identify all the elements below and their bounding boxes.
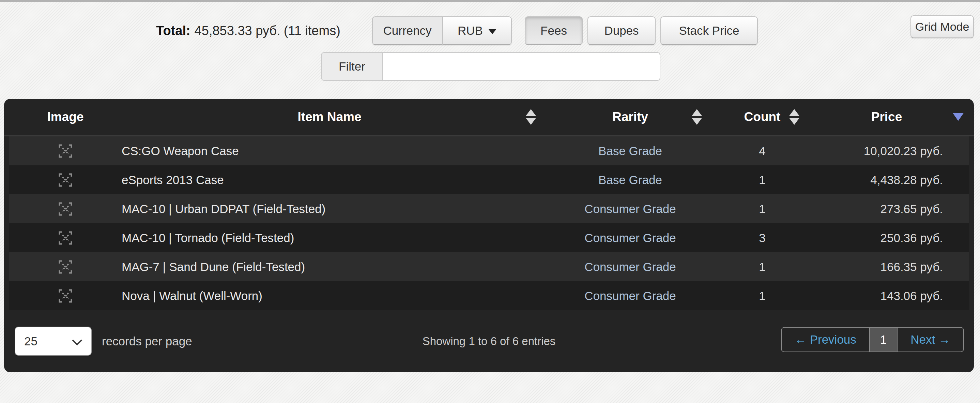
currency-select-dropdown[interactable]: RUB [442,16,512,45]
item-name-cell: MAC-10 | Urban DDPAT (Field-Tested) [122,194,541,223]
caret-down-icon [488,29,496,34]
inventory-total: Total:45,853.33 руб.(11 items) [156,16,340,45]
table-row: MAC-10 | Urban DDPAT (Field-Tested) Cons… [9,194,969,223]
item-rarity-cell: Base Grade [541,136,720,166]
column-header-rarity[interactable]: Rarity [541,99,720,135]
item-rarity-cell: Consumer Grade [541,194,720,223]
item-count-cell: 1 [720,166,805,194]
item-rarity-cell: Base Grade [541,166,720,194]
inventory-table: Image Item Name Rarity Count Price [4,99,974,372]
item-rarity-cell: Consumer Grade [541,252,720,281]
item-image-cell [13,194,118,223]
broken-image-icon [59,173,72,187]
sort-descending-icon [953,113,964,121]
dupes-toggle-button[interactable]: Dupes [587,16,655,45]
item-count-cell: 4 [720,136,805,166]
item-image-cell [13,281,118,310]
sort-both-icon [692,109,702,125]
top-divider [0,0,980,2]
item-image-cell [13,252,118,281]
item-image-cell [13,136,118,166]
filter-group: Filter [321,52,660,81]
column-header-item-name[interactable]: Item Name [118,99,541,135]
item-price-cell: 166.35 руб. [805,252,943,281]
table-body: CS:GO Weapon Case Base Grade 4 10,020.23… [9,136,969,310]
total-label: Total: [156,24,191,38]
inventory-list-page: Total:45,853.33 руб.(11 items) Currency … [0,0,980,403]
current-page-button[interactable]: 1 [870,328,897,352]
column-header-price[interactable]: Price [805,99,969,135]
fees-toggle-button[interactable]: Fees [525,16,583,45]
item-price-cell: 4,438.28 руб. [805,166,943,194]
item-image-cell [13,166,118,194]
currency-selected-value: RUB [458,24,483,37]
item-count-cell: 1 [720,252,805,281]
sort-both-icon [526,109,536,125]
item-image-cell [13,223,118,252]
total-value: 45,853.33 руб. [194,24,280,38]
total-items-count: (11 items) [284,24,340,38]
stack-price-toggle-button[interactable]: Stack Price [660,16,758,45]
item-rarity-cell: Consumer Grade [541,223,720,252]
broken-image-icon [59,260,72,274]
broken-image-icon [59,144,72,158]
item-price-cell: 250.36 руб. [805,223,943,252]
currency-button[interactable]: Currency [372,16,442,45]
item-name-cell: eSports 2013 Case [122,166,541,194]
pagination: ← Previous 1 Next → [781,327,964,352]
table-row: eSports 2013 Case Base Grade 1 4,438.28 … [9,166,969,194]
item-name-cell: Nova | Walnut (Well-Worn) [122,281,541,310]
item-price-cell: 273.65 руб. [805,194,943,223]
next-page-button[interactable]: Next → [897,328,963,352]
broken-image-icon [59,289,72,303]
table-row: MAC-10 | Tornado (Field-Tested) Consumer… [9,223,969,252]
item-price-cell: 143.06 руб. [805,281,943,310]
table-row: MAG-7 | Sand Dune (Field-Tested) Consume… [9,252,969,281]
column-header-count[interactable]: Count [720,99,805,135]
table-header-row: Image Item Name Rarity Count Price [4,99,974,136]
item-count-cell: 1 [720,194,805,223]
sort-both-icon [789,109,799,125]
item-rarity-cell: Consumer Grade [541,281,720,310]
broken-image-icon [59,202,72,216]
filter-input[interactable] [383,52,660,81]
column-header-image: Image [13,99,118,135]
item-price-cell: 10,020.23 руб. [805,136,943,166]
item-name-cell: MAC-10 | Tornado (Field-Tested) [122,223,541,252]
broken-image-icon [59,231,72,245]
item-name-cell: CS:GO Weapon Case [122,136,541,166]
table-row: CS:GO Weapon Case Base Grade 4 10,020.23… [9,136,969,166]
grid-mode-button[interactable]: Grid Mode [910,15,974,38]
previous-page-button[interactable]: ← Previous [782,328,870,352]
table-row: Nova | Walnut (Well-Worn) Consumer Grade… [9,281,969,310]
item-name-cell: MAG-7 | Sand Dune (Field-Tested) [122,252,541,281]
item-count-cell: 1 [720,281,805,310]
item-count-cell: 3 [720,223,805,252]
filter-label: Filter [321,52,383,81]
